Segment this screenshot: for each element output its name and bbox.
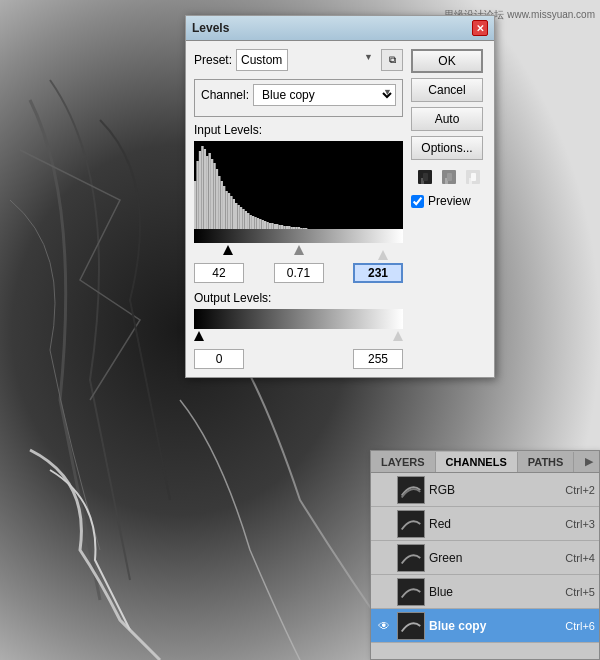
layer-thumbnail	[397, 578, 425, 606]
svg-rect-13	[223, 186, 225, 229]
svg-rect-31	[266, 222, 268, 229]
layer-shortcut: Ctrl+6	[565, 620, 595, 632]
close-button[interactable]: ✕	[472, 20, 488, 36]
output-slider-container[interactable]	[194, 331, 403, 345]
input-slider-container[interactable]	[194, 245, 403, 259]
dialog-left-panel: Preset: Custom ⧉ Channel: Blue copy	[194, 49, 403, 369]
svg-rect-17	[233, 199, 235, 229]
preset-options-button[interactable]: ⧉	[381, 49, 403, 71]
layer-shortcut: Ctrl+5	[565, 586, 595, 598]
layer-row[interactable]: RGB Ctrl+2	[371, 473, 599, 507]
svg-rect-11	[218, 176, 220, 229]
layer-name: Red	[429, 517, 561, 531]
output-white-slider[interactable]	[393, 331, 403, 341]
preset-label: Preset:	[194, 53, 232, 67]
layer-name: Blue copy	[429, 619, 561, 633]
layer-row[interactable]: Blue Ctrl+5	[371, 575, 599, 609]
auto-button[interactable]: Auto	[411, 107, 483, 131]
svg-rect-30	[264, 221, 266, 229]
histogram-area	[194, 141, 403, 229]
svg-rect-6	[206, 156, 208, 229]
output-low-value[interactable]	[194, 349, 244, 369]
white-eyedropper-icon[interactable]	[463, 167, 483, 187]
svg-rect-2	[196, 161, 198, 229]
black-point-slider[interactable]	[223, 245, 233, 255]
layer-name: Blue	[429, 585, 561, 599]
svg-rect-15	[228, 193, 230, 229]
channel-row: Channel: Blue copy	[201, 84, 396, 106]
svg-rect-22	[245, 211, 247, 229]
visibility-toggle[interactable]	[375, 515, 393, 533]
input-high-value[interactable]	[353, 263, 403, 283]
layer-row[interactable]: Green Ctrl+4	[371, 541, 599, 575]
input-low-value[interactable]	[194, 263, 244, 283]
ok-button[interactable]: OK	[411, 49, 483, 73]
preview-row: Preview	[411, 194, 486, 208]
input-levels-label: Input Levels:	[194, 123, 403, 137]
eyedropper-row	[411, 167, 486, 187]
preview-label: Preview	[428, 194, 471, 208]
options-button[interactable]: Options...	[411, 136, 483, 160]
preset-row: Preset: Custom ⧉	[194, 49, 403, 71]
svg-rect-3	[199, 151, 201, 229]
svg-rect-10	[216, 169, 218, 229]
output-black-slider[interactable]	[194, 331, 204, 341]
tab-layers[interactable]: LAYERS	[371, 452, 436, 472]
cancel-button[interactable]: Cancel	[411, 78, 483, 102]
levels-dialog: Levels ✕ Preset: Custom ⧉ Channel:	[185, 15, 495, 378]
input-values-row	[194, 263, 403, 283]
svg-rect-19	[237, 205, 239, 229]
layer-thumbnail	[397, 476, 425, 504]
panel-menu-icon[interactable]: ▶	[579, 451, 599, 472]
visibility-toggle[interactable]	[375, 583, 393, 601]
layer-name: Green	[429, 551, 561, 565]
layer-thumbnail	[397, 612, 425, 640]
svg-rect-9	[213, 163, 215, 229]
svg-rect-29	[262, 220, 264, 229]
svg-rect-4	[201, 146, 203, 229]
output-gradient-bar	[194, 309, 403, 329]
layer-row[interactable]: Red Ctrl+3	[371, 507, 599, 541]
svg-rect-7	[208, 153, 210, 229]
layer-thumbnail	[397, 544, 425, 572]
layer-row-selected[interactable]: 👁 Blue copy Ctrl+6	[371, 609, 599, 643]
black-eyedropper-icon[interactable]	[415, 167, 435, 187]
svg-rect-8	[211, 159, 213, 229]
layers-tabs: LAYERS CHANNELS PATHS ▶	[371, 451, 599, 473]
svg-rect-20	[240, 207, 242, 229]
mid-point-slider[interactable]	[294, 245, 304, 255]
svg-rect-26	[254, 217, 256, 229]
channel-select[interactable]: Blue copy	[253, 84, 396, 106]
output-levels-label: Output Levels:	[194, 291, 403, 305]
preset-select-wrapper: Custom	[236, 49, 377, 71]
output-values-row	[194, 349, 403, 369]
channel-label: Channel:	[201, 88, 249, 102]
svg-rect-16	[230, 196, 232, 229]
input-gradient-bar	[194, 229, 403, 243]
dialog-right-panel: OK Cancel Auto Options...	[411, 49, 486, 369]
layers-list: RGB Ctrl+2 Red Ctrl+3 Green Ctrl+4	[371, 473, 599, 655]
layer-thumbnail	[397, 510, 425, 538]
dialog-titlebar: Levels ✕	[186, 16, 494, 41]
svg-rect-14	[225, 191, 227, 229]
output-high-value[interactable]	[353, 349, 403, 369]
svg-rect-12	[221, 181, 223, 229]
visibility-toggle[interactable]: 👁	[375, 617, 393, 635]
gray-eyedropper-icon[interactable]	[439, 167, 459, 187]
svg-rect-25	[252, 216, 254, 229]
preset-select[interactable]: Custom	[236, 49, 288, 71]
dialog-body: Preset: Custom ⧉ Channel: Blue copy	[186, 41, 494, 377]
tab-channels[interactable]: CHANNELS	[436, 452, 518, 472]
input-mid-value[interactable]	[274, 263, 324, 283]
visibility-toggle[interactable]	[375, 549, 393, 567]
tab-paths[interactable]: PATHS	[518, 452, 575, 472]
preview-checkbox[interactable]	[411, 195, 424, 208]
layer-name: RGB	[429, 483, 561, 497]
visibility-toggle[interactable]	[375, 481, 393, 499]
dialog-title: Levels	[192, 21, 229, 35]
layer-shortcut: Ctrl+3	[565, 518, 595, 530]
channel-frame: Channel: Blue copy	[194, 79, 403, 117]
white-point-slider[interactable]	[378, 245, 388, 260]
layer-shortcut: Ctrl+4	[565, 552, 595, 564]
layer-shortcut: Ctrl+2	[565, 484, 595, 496]
